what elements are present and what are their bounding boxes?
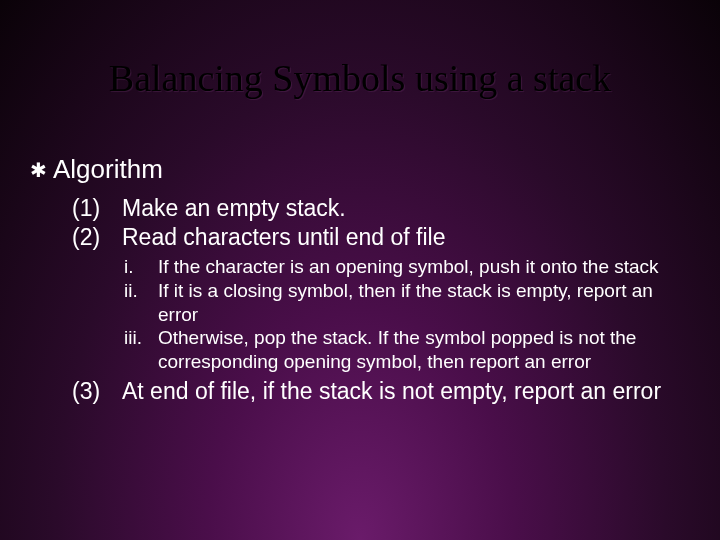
step-number: (3) xyxy=(72,378,122,405)
step-text: At end of file, if the stack is not empt… xyxy=(122,378,661,405)
step-number: (2) xyxy=(72,224,122,251)
roman-list: i. If the character is an opening symbol… xyxy=(30,255,690,374)
slide-title: Balancing Symbols using a stack xyxy=(0,0,720,100)
list-item: ii. If it is a closing symbol, then if t… xyxy=(124,279,690,327)
list-item: i. If the character is an opening symbol… xyxy=(124,255,690,279)
step-text: Make an empty stack. xyxy=(122,195,346,222)
list-item: iii. Otherwise, pop the stack. If the sy… xyxy=(124,326,690,374)
star-icon: ✱ xyxy=(30,158,47,182)
substep-roman: ii. xyxy=(124,279,158,327)
slide-container: Balancing Symbols using a stack ✱ Algori… xyxy=(0,0,720,540)
step-number: (1) xyxy=(72,195,122,222)
substep-text: If the character is an opening symbol, p… xyxy=(158,255,690,279)
step-text: Read characters until end of file xyxy=(122,224,445,251)
section-header: ✱ Algorithm xyxy=(30,154,690,185)
slide-content: ✱ Algorithm (1) Make an empty stack. (2)… xyxy=(0,100,720,405)
section-header-text: Algorithm xyxy=(53,154,163,185)
substep-roman: iii. xyxy=(124,326,158,374)
numbered-list-cont: (3) At end of file, if the stack is not … xyxy=(30,378,690,405)
list-item: (3) At end of file, if the stack is not … xyxy=(72,378,690,405)
substep-text: If it is a closing symbol, then if the s… xyxy=(158,279,690,327)
substep-roman: i. xyxy=(124,255,158,279)
substep-text: Otherwise, pop the stack. If the symbol … xyxy=(158,326,690,374)
numbered-list: (1) Make an empty stack. (2) Read charac… xyxy=(30,195,690,251)
list-item: (2) Read characters until end of file xyxy=(72,224,690,251)
list-item: (1) Make an empty stack. xyxy=(72,195,690,222)
